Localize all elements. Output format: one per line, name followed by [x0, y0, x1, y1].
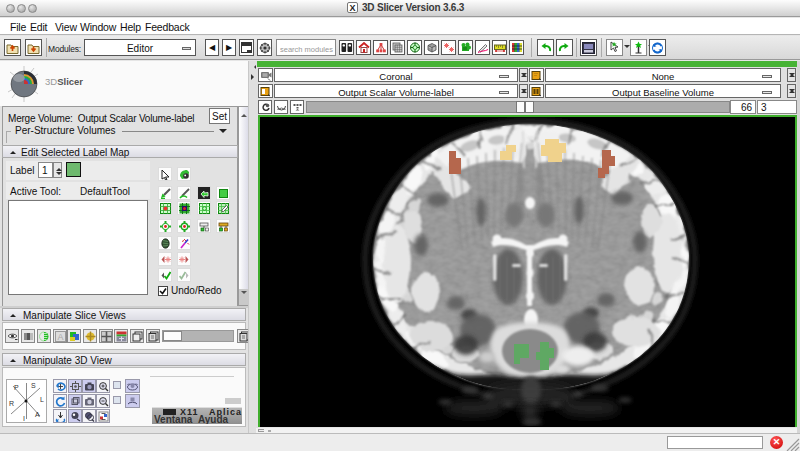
svg-text:P: P: [14, 384, 19, 391]
svg-text:I: I: [23, 415, 25, 422]
svg-text:S: S: [31, 382, 36, 389]
svg-text:R: R: [9, 400, 14, 407]
svg-text:A: A: [35, 411, 40, 418]
svg-text:A: A: [57, 331, 63, 341]
svg-text:L: L: [40, 396, 44, 403]
